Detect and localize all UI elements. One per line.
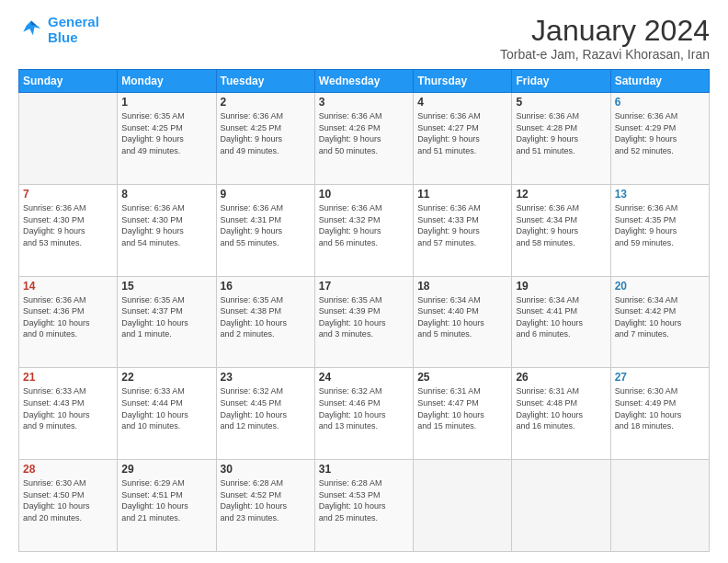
col-wednesday: Wednesday	[314, 70, 413, 93]
day-number: 14	[23, 280, 113, 293]
calendar-title: January 2024	[500, 15, 710, 47]
logo-text: General Blue	[48, 15, 99, 45]
week-row-5: 28Sunrise: 6:30 AMSunset: 4:50 PMDayligh…	[19, 460, 710, 552]
day-info: Sunrise: 6:33 AMSunset: 4:43 PMDaylight:…	[23, 385, 113, 431]
day-number: 18	[417, 280, 507, 293]
day-number: 29	[121, 463, 211, 476]
day-number: 2	[221, 96, 311, 109]
title-block: January 2024 Torbat-e Jam, Razavi Khoras…	[500, 15, 710, 62]
day-number: 7	[23, 188, 113, 201]
day-number: 22	[121, 371, 211, 384]
day-cell: 30Sunrise: 6:28 AMSunset: 4:52 PMDayligh…	[216, 460, 314, 552]
day-info: Sunrise: 6:30 AMSunset: 4:49 PMDaylight:…	[615, 385, 705, 431]
day-number: 25	[417, 371, 507, 384]
day-info: Sunrise: 6:36 AMSunset: 4:30 PMDaylight:…	[23, 202, 113, 248]
col-tuesday: Tuesday	[216, 70, 314, 93]
day-cell: 19Sunrise: 6:34 AMSunset: 4:41 PMDayligh…	[512, 276, 610, 368]
header-row: Sunday Monday Tuesday Wednesday Thursday…	[19, 70, 710, 93]
day-number: 21	[23, 371, 113, 384]
week-row-3: 14Sunrise: 6:36 AMSunset: 4:36 PMDayligh…	[19, 276, 710, 368]
day-cell: 11Sunrise: 6:36 AMSunset: 4:33 PMDayligh…	[414, 184, 512, 276]
day-cell: 9Sunrise: 6:36 AMSunset: 4:31 PMDaylight…	[216, 184, 314, 276]
day-cell: 1Sunrise: 6:35 AMSunset: 4:25 PMDaylight…	[118, 93, 216, 185]
day-info: Sunrise: 6:36 AMSunset: 4:28 PMDaylight:…	[516, 110, 606, 156]
day-cell: 26Sunrise: 6:31 AMSunset: 4:48 PMDayligh…	[512, 368, 610, 460]
day-number: 28	[23, 463, 113, 476]
day-info: Sunrise: 6:36 AMSunset: 4:29 PMDaylight:…	[615, 110, 705, 156]
day-cell: 16Sunrise: 6:35 AMSunset: 4:38 PMDayligh…	[216, 276, 314, 368]
day-cell: 10Sunrise: 6:36 AMSunset: 4:32 PMDayligh…	[314, 184, 413, 276]
logo-line2: Blue	[48, 29, 78, 45]
col-thursday: Thursday	[414, 70, 512, 93]
day-info: Sunrise: 6:36 AMSunset: 4:33 PMDaylight:…	[417, 202, 507, 248]
day-number: 10	[319, 188, 409, 201]
week-row-1: 1Sunrise: 6:35 AMSunset: 4:25 PMDaylight…	[19, 93, 710, 185]
day-number: 12	[516, 188, 606, 201]
day-info: Sunrise: 6:29 AMSunset: 4:51 PMDaylight:…	[121, 477, 211, 523]
logo-line1: General	[48, 14, 99, 29]
day-cell: 12Sunrise: 6:36 AMSunset: 4:34 PMDayligh…	[512, 184, 610, 276]
day-info: Sunrise: 6:34 AMSunset: 4:40 PMDaylight:…	[417, 294, 507, 340]
col-friday: Friday	[512, 70, 610, 93]
day-cell: 23Sunrise: 6:32 AMSunset: 4:45 PMDayligh…	[216, 368, 314, 460]
day-cell: 27Sunrise: 6:30 AMSunset: 4:49 PMDayligh…	[610, 368, 709, 460]
day-info: Sunrise: 6:36 AMSunset: 4:30 PMDaylight:…	[121, 202, 211, 248]
col-monday: Monday	[118, 70, 216, 93]
calendar-table: Sunday Monday Tuesday Wednesday Thursday…	[18, 69, 710, 552]
day-number: 19	[516, 280, 606, 293]
day-info: Sunrise: 6:28 AMSunset: 4:52 PMDaylight:…	[221, 477, 311, 523]
day-cell: 14Sunrise: 6:36 AMSunset: 4:36 PMDayligh…	[19, 276, 118, 368]
day-info: Sunrise: 6:35 AMSunset: 4:38 PMDaylight:…	[221, 294, 311, 340]
day-info: Sunrise: 6:36 AMSunset: 4:25 PMDaylight:…	[221, 110, 311, 156]
day-number: 4	[417, 96, 507, 109]
day-info: Sunrise: 6:28 AMSunset: 4:53 PMDaylight:…	[319, 477, 409, 523]
day-cell: 5Sunrise: 6:36 AMSunset: 4:28 PMDaylight…	[512, 93, 610, 185]
day-number: 13	[615, 188, 705, 201]
day-info: Sunrise: 6:36 AMSunset: 4:32 PMDaylight:…	[319, 202, 409, 248]
day-info: Sunrise: 6:35 AMSunset: 4:39 PMDaylight:…	[319, 294, 409, 340]
day-number: 11	[417, 188, 507, 201]
day-cell: 22Sunrise: 6:33 AMSunset: 4:44 PMDayligh…	[118, 368, 216, 460]
day-cell	[512, 460, 610, 552]
day-number: 16	[221, 280, 311, 293]
col-saturday: Saturday	[610, 70, 709, 93]
day-cell: 28Sunrise: 6:30 AMSunset: 4:50 PMDayligh…	[19, 460, 118, 552]
day-info: Sunrise: 6:35 AMSunset: 4:37 PMDaylight:…	[121, 294, 211, 340]
day-info: Sunrise: 6:32 AMSunset: 4:46 PMDaylight:…	[319, 385, 409, 431]
day-cell: 13Sunrise: 6:36 AMSunset: 4:35 PMDayligh…	[610, 184, 709, 276]
day-number: 6	[615, 96, 705, 109]
day-info: Sunrise: 6:36 AMSunset: 4:26 PMDaylight:…	[319, 110, 409, 156]
day-info: Sunrise: 6:35 AMSunset: 4:25 PMDaylight:…	[121, 110, 211, 156]
day-number: 27	[615, 371, 705, 384]
day-cell: 2Sunrise: 6:36 AMSunset: 4:25 PMDaylight…	[216, 93, 314, 185]
day-cell: 29Sunrise: 6:29 AMSunset: 4:51 PMDayligh…	[118, 460, 216, 552]
day-number: 17	[319, 280, 409, 293]
day-info: Sunrise: 6:34 AMSunset: 4:42 PMDaylight:…	[615, 294, 705, 340]
day-info: Sunrise: 6:36 AMSunset: 4:36 PMDaylight:…	[23, 294, 113, 340]
day-cell: 15Sunrise: 6:35 AMSunset: 4:37 PMDayligh…	[118, 276, 216, 368]
day-cell	[19, 93, 118, 185]
day-info: Sunrise: 6:30 AMSunset: 4:50 PMDaylight:…	[23, 477, 113, 523]
day-cell: 21Sunrise: 6:33 AMSunset: 4:43 PMDayligh…	[19, 368, 118, 460]
day-info: Sunrise: 6:36 AMSunset: 4:27 PMDaylight:…	[417, 110, 507, 156]
day-cell: 4Sunrise: 6:36 AMSunset: 4:27 PMDaylight…	[414, 93, 512, 185]
week-row-4: 21Sunrise: 6:33 AMSunset: 4:43 PMDayligh…	[19, 368, 710, 460]
day-cell: 18Sunrise: 6:34 AMSunset: 4:40 PMDayligh…	[414, 276, 512, 368]
day-cell: 3Sunrise: 6:36 AMSunset: 4:26 PMDaylight…	[314, 93, 413, 185]
day-number: 20	[615, 280, 705, 293]
day-cell: 8Sunrise: 6:36 AMSunset: 4:30 PMDaylight…	[118, 184, 216, 276]
day-cell: 6Sunrise: 6:36 AMSunset: 4:29 PMDaylight…	[610, 93, 709, 185]
day-number: 31	[319, 463, 409, 476]
day-cell: 24Sunrise: 6:32 AMSunset: 4:46 PMDayligh…	[314, 368, 413, 460]
logo: General Blue	[18, 15, 99, 45]
day-number: 26	[516, 371, 606, 384]
day-info: Sunrise: 6:34 AMSunset: 4:41 PMDaylight:…	[516, 294, 606, 340]
day-number: 15	[121, 280, 211, 293]
day-number: 3	[319, 96, 409, 109]
day-cell	[610, 460, 709, 552]
day-number: 1	[121, 96, 211, 109]
day-info: Sunrise: 6:36 AMSunset: 4:35 PMDaylight:…	[615, 202, 705, 248]
header: General Blue January 2024 Torbat-e Jam, …	[18, 15, 710, 62]
day-info: Sunrise: 6:36 AMSunset: 4:34 PMDaylight:…	[516, 202, 606, 248]
calendar-subtitle: Torbat-e Jam, Razavi Khorasan, Iran	[500, 47, 710, 62]
